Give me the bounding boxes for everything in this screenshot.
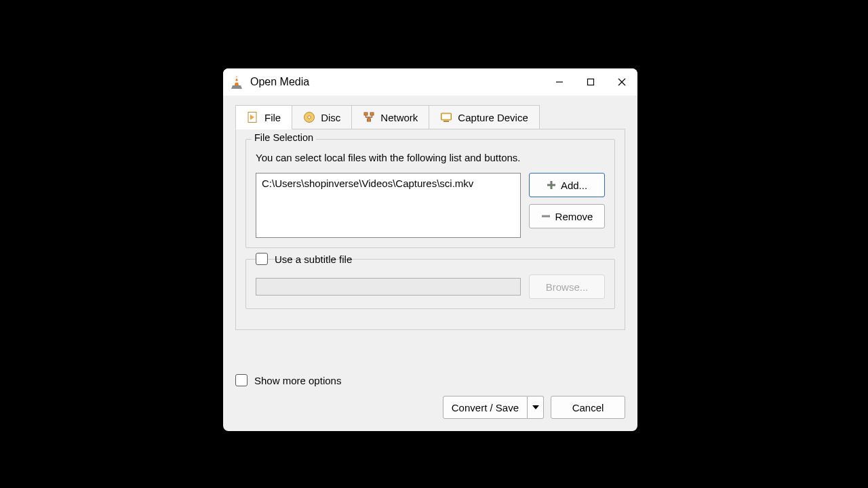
subtitle-group: Use a subtitle file Browse... bbox=[245, 259, 615, 309]
dialog-body: File Disc Network bbox=[223, 96, 637, 431]
subtitle-checkbox-label: Use a subtitle file bbox=[275, 253, 352, 265]
tab-bar: File Disc Network bbox=[235, 105, 625, 129]
minimize-icon bbox=[555, 78, 564, 86]
cancel-button[interactable]: Cancel bbox=[551, 396, 625, 419]
svg-rect-12 bbox=[364, 113, 368, 115]
svg-marker-21 bbox=[532, 405, 539, 409]
add-button[interactable]: Add... bbox=[529, 173, 605, 197]
chevron-down-icon bbox=[532, 405, 539, 409]
open-media-dialog: Open Media File bbox=[223, 68, 637, 431]
svg-point-11 bbox=[308, 116, 311, 119]
minimize-button[interactable] bbox=[544, 68, 575, 96]
convert-save-button[interactable]: Convert / Save bbox=[443, 396, 544, 419]
disc-icon bbox=[303, 111, 315, 123]
file-list-item[interactable]: C:\Users\shopinverse\Videos\Captures\sci… bbox=[262, 178, 515, 189]
svg-rect-5 bbox=[588, 79, 594, 85]
file-selection-legend: File Selection bbox=[252, 132, 316, 143]
file-selection-group: File Selection You can select local file… bbox=[245, 139, 615, 248]
convert-save-label: Convert / Save bbox=[452, 402, 519, 413]
svg-marker-0 bbox=[235, 75, 239, 85]
tab-network[interactable]: Network bbox=[351, 105, 429, 129]
show-more-checkbox[interactable] bbox=[235, 374, 248, 386]
maximize-icon bbox=[587, 78, 595, 86]
tab-panel-file: File Selection You can select local file… bbox=[235, 129, 625, 330]
svg-rect-14 bbox=[368, 119, 371, 121]
file-icon bbox=[247, 111, 259, 123]
convert-save-main[interactable]: Convert / Save bbox=[443, 396, 528, 419]
subtitle-checkbox[interactable] bbox=[256, 253, 268, 265]
browse-button: Browse... bbox=[529, 274, 605, 299]
svg-rect-17 bbox=[443, 121, 449, 122]
maximize-button[interactable] bbox=[575, 68, 606, 96]
svg-rect-13 bbox=[370, 113, 374, 115]
file-selection-help: You can select local files with the foll… bbox=[256, 152, 605, 163]
svg-rect-2 bbox=[235, 81, 239, 83]
tab-disc[interactable]: Disc bbox=[292, 105, 352, 129]
convert-save-dropdown[interactable] bbox=[528, 396, 544, 419]
vlc-icon bbox=[230, 75, 243, 89]
add-button-label: Add... bbox=[561, 180, 587, 191]
window-title: Open Media bbox=[250, 76, 309, 88]
svg-marker-3 bbox=[231, 85, 242, 89]
tab-file-label: File bbox=[264, 112, 281, 123]
titlebar: Open Media bbox=[223, 68, 637, 96]
plus-icon bbox=[547, 180, 556, 190]
file-list[interactable]: C:\Users\shopinverse\Videos\Captures\sci… bbox=[256, 173, 521, 238]
tab-capture-label: Capture Device bbox=[458, 112, 528, 123]
subtitle-path-input bbox=[256, 278, 521, 296]
close-button[interactable] bbox=[606, 68, 637, 96]
remove-button-label: Remove bbox=[555, 211, 593, 222]
tab-network-label: Network bbox=[380, 112, 418, 123]
svg-rect-16 bbox=[442, 115, 450, 119]
capture-icon bbox=[440, 111, 452, 123]
minus-icon bbox=[541, 211, 551, 221]
network-icon bbox=[363, 111, 375, 123]
tab-file[interactable]: File bbox=[235, 105, 292, 129]
show-more-label: Show more options bbox=[254, 375, 341, 386]
tab-capture[interactable]: Capture Device bbox=[429, 105, 539, 129]
svg-rect-1 bbox=[235, 77, 239, 79]
close-icon bbox=[617, 77, 627, 87]
cancel-button-label: Cancel bbox=[572, 402, 604, 413]
browse-button-label: Browse... bbox=[546, 281, 589, 293]
remove-button[interactable]: Remove bbox=[529, 204, 605, 228]
tab-disc-label: Disc bbox=[321, 112, 340, 123]
